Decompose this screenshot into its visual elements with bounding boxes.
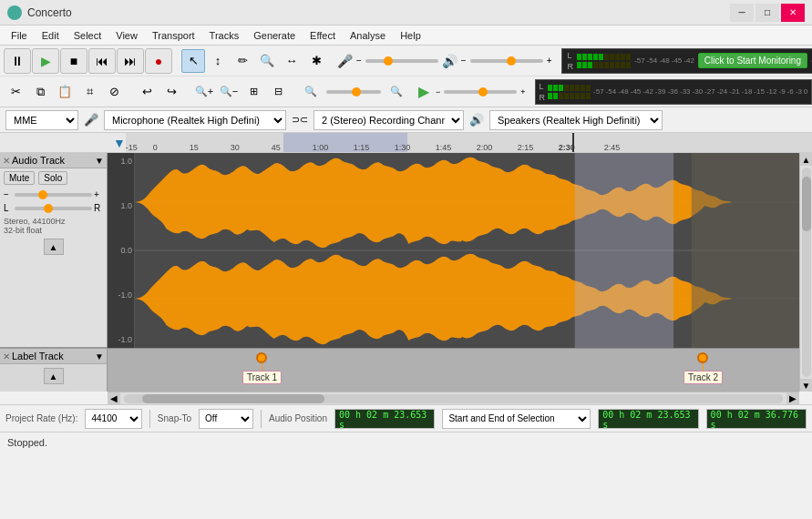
v-scroll-down[interactable]: ▼ — [800, 379, 813, 392]
sel-mode-select[interactable]: Start and End of Selection — [442, 409, 591, 429]
menu-help[interactable]: Help — [393, 28, 428, 43]
h-scroll-thumb[interactable] — [142, 394, 324, 403]
tick-100: 1:00 — [313, 143, 329, 152]
label-marker-2[interactable]: Track 2 — [684, 349, 723, 384]
snap-to-select[interactable]: Off — [199, 409, 253, 429]
select-tool-button[interactable]: ↖ — [181, 49, 205, 73]
label-track-canvas[interactable]: Track 1 Track 2 — [108, 348, 799, 392]
v-scrollbar[interactable]: ▲ ▼ — [799, 153, 812, 392]
redo-button[interactable]: ↪ — [159, 80, 183, 104]
track-pan-slider[interactable] — [15, 207, 92, 210]
pause-button[interactable]: ⏸ — [4, 48, 31, 74]
mic-select[interactable]: Microphone (Realtek High Defini) — [104, 110, 286, 130]
label-pin-1[interactable] — [256, 352, 267, 363]
cut-button[interactable]: ✂ — [4, 80, 27, 104]
zoom-fit-button[interactable]: ⊟ — [266, 80, 290, 104]
waveform-display[interactable] — [135, 153, 799, 348]
zoom-out-button[interactable]: 🔍− — [217, 80, 241, 104]
label-pin-2[interactable] — [697, 352, 708, 363]
h-scrollbar[interactable]: ◀ ▶ — [108, 392, 799, 404]
start-monitoring-button[interactable]: Click to Start Monitoring — [698, 53, 807, 68]
audio-pos-label: Audio Position — [269, 413, 327, 423]
track-gain-slider[interactable] — [15, 193, 92, 197]
audio-track-dropdown[interactable]: ▼ — [95, 156, 104, 166]
paste-button[interactable]: 📋 — [53, 80, 77, 104]
label-track-close[interactable]: ✕ — [3, 351, 10, 361]
multi-tool-button[interactable]: ✱ — [304, 49, 328, 73]
playback-rate-slider[interactable] — [444, 90, 517, 94]
label-track-control: ✕ Label Track ▼ ▲ — [0, 348, 107, 392]
zoom-sel-button[interactable]: ⊞ — [242, 80, 265, 104]
track-pan-thumb[interactable] — [44, 204, 53, 213]
project-rate-select[interactable]: 44100 — [85, 409, 141, 429]
trim-button[interactable]: ⌗ — [77, 80, 101, 104]
audio-track-close[interactable]: ✕ — [3, 156, 10, 166]
v-scroll-up[interactable]: ▲ — [800, 153, 813, 166]
close-button[interactable]: ✕ — [781, 4, 805, 22]
playhead-marker[interactable]: ▼ — [113, 136, 126, 150]
silence-button[interactable]: ⊘ — [102, 80, 126, 104]
menu-tracks[interactable]: Tracks — [202, 28, 247, 43]
sel-end-display[interactable]: 00 h 02 m 36.776 s — [706, 409, 807, 429]
track-arrow-area: ▲ — [0, 237, 107, 257]
play2-button[interactable]: ▶ — [417, 80, 430, 104]
v-scroll-track[interactable] — [802, 168, 811, 377]
timeshift-tool-button[interactable]: ↔ — [280, 49, 303, 73]
menu-generate[interactable]: Generate — [246, 28, 303, 43]
play-button[interactable]: ▶ — [32, 48, 59, 74]
record-button[interactable]: ● — [145, 48, 172, 74]
draw-tool-button[interactable]: ✏ — [231, 49, 254, 73]
vol-slider-track[interactable] — [470, 59, 543, 63]
h-scroll-track[interactable] — [124, 394, 783, 403]
menu-select[interactable]: Select — [67, 28, 109, 43]
solo-button[interactable]: Solo — [38, 171, 67, 185]
ruler-marks[interactable]: -15 0 15 30 45 1:00 1:15 1:30 1:45 2:00 … — [126, 133, 812, 152]
undo-button[interactable]: ↩ — [135, 80, 159, 104]
menu-view[interactable]: View — [108, 28, 145, 43]
gain-slider-thumb[interactable] — [384, 56, 393, 66]
label-track-dropdown[interactable]: ▼ — [95, 351, 104, 361]
v-scroll-thumb[interactable] — [802, 177, 811, 231]
track-collapse-button[interactable]: ▲ — [44, 239, 64, 255]
playback-zoom-out[interactable]: 🔍 — [385, 80, 408, 104]
skip-forward-button[interactable]: ⏭ — [117, 48, 144, 74]
pb-minus: − — [436, 87, 440, 97]
menu-analyse[interactable]: Analyse — [343, 28, 393, 43]
track-gain-thumb[interactable] — [38, 190, 47, 199]
stop-button[interactable]: ■ — [60, 48, 87, 74]
label-track-collapse[interactable]: ▲ — [44, 368, 64, 384]
speaker-select[interactable]: Speakers (Realtek High Definiti) — [489, 110, 663, 130]
h-scroll-right[interactable]: ▶ — [786, 392, 799, 405]
vol-minus: − — [461, 56, 467, 66]
channels-select[interactable]: 2 (Stereo) Recording Channels — [313, 110, 464, 130]
playback-zoom-thumb[interactable] — [352, 87, 361, 97]
menu-transport[interactable]: Transport — [145, 28, 202, 43]
label-marker-1[interactable]: Track 1 — [242, 349, 282, 384]
vol-slider-thumb[interactable] — [507, 56, 516, 66]
menu-effect[interactable]: Effect — [303, 28, 343, 43]
waveform-area[interactable]: 1.0 1.0 0.0 -1.0 -1.0 — [108, 153, 799, 348]
playback-rate-thumb[interactable] — [478, 87, 488, 97]
label-text-2[interactable]: Track 2 — [684, 371, 723, 384]
sel-start-display[interactable]: 00 h 02 m 23.653 s — [598, 409, 698, 429]
skip-back-button[interactable]: ⏮ — [88, 48, 116, 74]
zoom-tool-button[interactable]: 🔍 — [255, 49, 279, 73]
playback-zoom-slider[interactable] — [326, 90, 381, 94]
copy-button[interactable]: ⧉ — [28, 80, 52, 104]
maximize-button[interactable]: □ — [755, 4, 779, 22]
bot-sep1 — [149, 410, 150, 428]
envelope-tool-button[interactable]: ↕ — [206, 49, 230, 73]
menu-file[interactable]: File — [4, 28, 35, 43]
zoom-in-button[interactable]: 🔍+ — [192, 80, 216, 104]
scale-1-0-top: 1.0 — [109, 157, 132, 166]
h-scroll-left[interactable]: ◀ — [108, 392, 120, 405]
menu-edit[interactable]: Edit — [35, 28, 67, 43]
mute-button[interactable]: Mute — [4, 171, 35, 185]
label-text-1[interactable]: Track 1 — [242, 371, 282, 384]
playback-zoom-in[interactable]: 🔍 — [299, 80, 323, 104]
gain-slider-track[interactable] — [365, 59, 438, 63]
minimize-button[interactable]: ─ — [730, 4, 754, 22]
api-select[interactable]: MME — [5, 110, 78, 130]
undo-redo-buttons: ↩ ↪ — [135, 80, 183, 104]
audio-position-display[interactable]: 00 h 02 m 23.653 s — [334, 409, 435, 429]
